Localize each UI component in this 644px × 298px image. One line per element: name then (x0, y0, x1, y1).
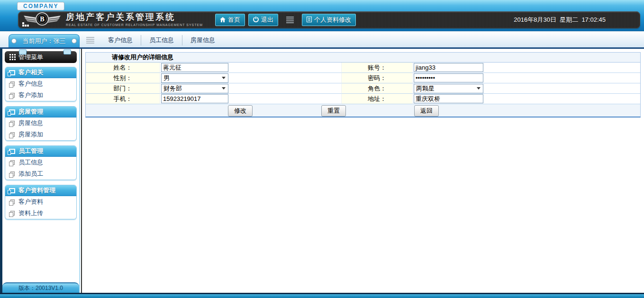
sidebar-item-house-info[interactable]: 房屋信息 (5, 117, 76, 129)
sidebar-item-customer-info[interactable]: 客户信息 (5, 78, 76, 90)
current-user-tab: 当前用户：张三 (9, 34, 80, 47)
gender-label: 性别： (86, 73, 160, 83)
department-select[interactable]: 财务部 (161, 84, 228, 93)
sidebar-section-employee: 员工管理 员工信息 添加员工 (5, 145, 77, 180)
name-input[interactable] (161, 63, 228, 72)
sidebar-item-label: 添加员工 (18, 170, 43, 178)
sidebar-item-data-upload[interactable]: 资料上传 (5, 208, 76, 219)
role-select[interactable]: 两颗星 (414, 84, 483, 93)
main-content: 请修改用户的详细信息 姓名： 账号： 性别： 男 密码： (83, 49, 644, 293)
password-label: 密码： (342, 73, 413, 83)
sidebar-menu-header: 管理菜单 (5, 51, 77, 63)
address-input[interactable] (414, 94, 483, 103)
page-icon (10, 121, 15, 126)
section-header-customer-data[interactable]: 客户资料管理 (5, 185, 76, 196)
page-icon (10, 172, 15, 176)
section-title: 房屋管理 (18, 108, 43, 116)
subnav-link-house-info[interactable]: 房屋信息 (182, 35, 223, 45)
sidebar-item-label: 资料上传 (18, 209, 43, 217)
page-icon (10, 81, 15, 86)
page-icon (10, 93, 15, 98)
sidebar: 管理菜单 客户相关 客户信息 客户添加 房屋管理 房屋信息 (0, 49, 79, 293)
form-button-row: 修改 重置 返回 (86, 104, 640, 117)
page-icon (10, 199, 15, 204)
sidebar-menu-title: 管理菜单 (18, 53, 43, 62)
password-input[interactable] (414, 73, 483, 82)
home-button-label: 首页 (228, 16, 240, 24)
department-label: 部门： (86, 83, 160, 94)
sidebar-item-house-add[interactable]: 房屋添加 (5, 129, 76, 140)
app-titles: 房地产客户关系管理系统 REAL ESTATE OF CUSTOMER RELA… (66, 13, 203, 27)
chevron-down-icon (477, 87, 481, 90)
datetime-display: 2016年8月30日 星期二 17:02:45 (514, 16, 606, 24)
profile-edit-button[interactable]: 个人资料修改 (302, 14, 356, 26)
app-title: 房地产客户关系管理系统 (66, 13, 203, 22)
footer-teal-bar (0, 294, 644, 298)
page-icon (10, 132, 15, 137)
section-title: 客户相关 (18, 68, 43, 77)
section-title: 客户资料管理 (18, 186, 55, 195)
body-row: 管理菜单 客户相关 客户信息 客户添加 房屋管理 房屋信息 (0, 49, 644, 293)
gender-select[interactable]: 男 (161, 73, 228, 83)
user-edit-form: 请修改用户的详细信息 姓名： 账号： 性别： 男 密码： (85, 52, 641, 117)
account-input[interactable] (414, 63, 483, 72)
mobile-field-cell (160, 94, 342, 104)
role-field-cell: 两颗星 (413, 83, 640, 94)
sidebar-item-customer-add[interactable]: 客户添加 (5, 90, 76, 101)
chevron-down-icon (222, 87, 226, 90)
sidebar-item-label: 客户资料 (18, 198, 43, 206)
reset-button[interactable]: 重置 (321, 105, 346, 117)
svg-text:B: B (40, 16, 44, 23)
account-label: 账号： (342, 63, 413, 73)
pixel-decoration (22, 25, 24, 27)
mobile-input[interactable] (161, 94, 228, 103)
sidebar-item-employee-info[interactable]: 员工信息 (5, 157, 76, 168)
profile-edit-button-label: 个人资料修改 (314, 16, 351, 24)
chevron-down-icon (222, 77, 226, 79)
sidebar-item-customer-data[interactable]: 客户资料 (5, 196, 76, 208)
mobile-label: 手机： (86, 94, 160, 104)
section-header-customer[interactable]: 客户相关 (5, 67, 76, 78)
page-icon (10, 211, 15, 216)
sidebar-item-label: 客户添加 (18, 91, 43, 99)
section-header-house[interactable]: 房屋管理 (5, 107, 76, 117)
sidebar-item-label: 员工信息 (18, 158, 43, 167)
sidebar-section-house: 房屋管理 房屋信息 房屋添加 (5, 106, 77, 141)
window-icon (9, 149, 15, 154)
name-field-cell (160, 63, 342, 73)
sidebar-divider (79, 49, 83, 293)
subnav-bar: 当前用户：张三 客户信息 员工信息 房屋信息 (0, 31, 644, 49)
window-icon (9, 188, 15, 193)
window-icon (9, 109, 15, 115)
section-title: 员工管理 (18, 147, 43, 155)
form-title: 请修改用户的详细信息 (86, 53, 640, 63)
subnav-link-customer-info[interactable]: 客户信息 (100, 35, 141, 45)
screw-icon (72, 38, 77, 44)
power-icon (253, 17, 259, 24)
list-icon (307, 17, 312, 24)
gender-field-cell: 男 (160, 73, 342, 83)
modify-button[interactable]: 修改 (228, 105, 253, 117)
sidebar-item-label: 房屋添加 (18, 130, 43, 139)
section-header-employee[interactable]: 员工管理 (5, 146, 76, 157)
winged-b-logo-icon: B (23, 11, 61, 28)
department-field-cell: 财务部 (160, 83, 342, 94)
subnav-links: 客户信息 员工信息 房屋信息 (100, 35, 223, 45)
header-band: B 房地产客户关系管理系统 REAL ESTATE OF CUSTOMER RE… (18, 11, 640, 28)
header-nav: 首页 退出 个人资料修改 (215, 14, 356, 26)
logout-button[interactable]: 退出 (248, 14, 278, 26)
sidebar-item-employee-add[interactable]: 添加员工 (5, 168, 76, 180)
subnav-link-employee-info[interactable]: 员工信息 (141, 35, 182, 45)
role-label: 角色： (342, 83, 413, 94)
menu-lines-icon (286, 17, 294, 24)
home-icon (220, 17, 226, 24)
back-button[interactable]: 返回 (414, 105, 439, 117)
logout-button-label: 退出 (261, 16, 273, 24)
address-label: 地址： (342, 94, 413, 104)
version-label: 版本：20013V1.0 (18, 284, 63, 292)
sidebar-item-label: 房屋信息 (18, 119, 43, 127)
home-button[interactable]: 首页 (215, 14, 245, 26)
password-field-cell (413, 73, 640, 83)
grid-icon (9, 56, 11, 58)
name-label: 姓名： (86, 63, 160, 73)
